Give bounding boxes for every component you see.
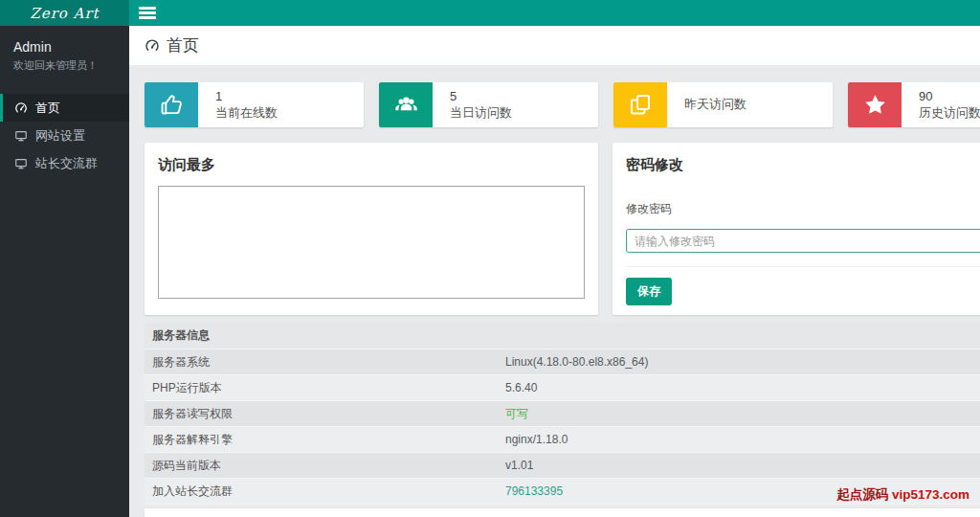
stat-card-yesterday-visits: 昨天访问数 bbox=[613, 82, 833, 127]
sidebar-item-home[interactable]: 首页 bbox=[0, 94, 129, 122]
password-field-label: 修改密码 bbox=[626, 201, 980, 217]
users-icon bbox=[393, 92, 419, 118]
watermark-brand: 起点源码 bbox=[836, 487, 888, 502]
row-label: 源码当前版本 bbox=[145, 458, 505, 474]
table-row: 服务器读写权限 可写 bbox=[145, 401, 980, 427]
stat-card-history-visits: 90 历史访问数 bbox=[848, 82, 980, 127]
panels-row: 访问最多 密码修改 修改密码 保存 bbox=[145, 143, 980, 315]
star-icon bbox=[862, 92, 888, 118]
row-label: PHP运行版本 bbox=[145, 380, 505, 396]
monitor-icon bbox=[14, 129, 28, 143]
dashboard-icon bbox=[14, 101, 28, 115]
stats-row: 1 当前在线数 5 当日访问数 昨天访问数 bbox=[145, 82, 980, 127]
row-label: 服务器系统 bbox=[145, 354, 505, 371]
table-row: PHP运行版本 5.6.40 bbox=[145, 375, 980, 401]
stat-card-today-visits: 5 当日访问数 bbox=[379, 82, 598, 127]
next-panel-top-edge bbox=[145, 508, 980, 517]
divider bbox=[626, 266, 980, 267]
stat-label: 当日访问数 bbox=[450, 105, 512, 122]
sidebar-item-webmaster-group[interactable]: 站长交流群 bbox=[0, 149, 129, 177]
row-value: 5.6.40 bbox=[505, 381, 537, 394]
stat-label: 历史访问数 bbox=[919, 105, 980, 122]
row-label: 服务器读写权限 bbox=[145, 406, 505, 422]
stat-label: 昨天访问数 bbox=[684, 97, 746, 113]
sidebar-item-label: 首页 bbox=[35, 100, 60, 117]
stat-value: 1 bbox=[215, 89, 278, 105]
stat-label: 当前在线数 bbox=[215, 105, 278, 122]
dashboard-icon bbox=[145, 38, 160, 54]
menu-toggle-button[interactable] bbox=[129, 0, 166, 26]
thumbs-up-icon bbox=[159, 92, 185, 118]
menu-icon bbox=[139, 7, 156, 10]
stat-card-online: 1 当前在线数 bbox=[145, 82, 364, 127]
panel-title: 密码修改 bbox=[626, 156, 980, 174]
sidebar: Zero Art Admin 欢迎回来管理员！ 首页 网站设置 站长交流群 bbox=[0, 0, 129, 517]
monitor-icon bbox=[14, 157, 28, 170]
table-row: 服务器解释引擎 nginx/1.18.0 bbox=[145, 427, 980, 453]
save-button[interactable]: 保存 bbox=[626, 278, 672, 305]
sidebar-menu: 首页 网站设置 站长交流群 bbox=[0, 94, 129, 177]
row-value: v1.01 bbox=[505, 459, 533, 472]
password-change-panel: 密码修改 修改密码 保存 bbox=[612, 143, 980, 315]
password-input[interactable] bbox=[626, 229, 980, 253]
table-row: 服务器系统 Linux(4.18.0-80.el8.x86_64) bbox=[145, 349, 980, 375]
stat-value: 90 bbox=[919, 89, 980, 105]
row-value: Linux(4.18.0-80.el8.x86_64) bbox=[505, 355, 648, 369]
row-value: nginx/1.18.0 bbox=[505, 433, 568, 446]
top-visits-list bbox=[158, 186, 585, 299]
user-info-block: Admin 欢迎回来管理员！ bbox=[0, 26, 129, 88]
user-greeting: 欢迎回来管理员！ bbox=[13, 58, 116, 73]
content: 1 当前在线数 5 当日访问数 昨天访问数 bbox=[129, 65, 980, 517]
sidebar-item-label: 网站设置 bbox=[35, 127, 85, 145]
server-info-header: 服务器信息 bbox=[145, 323, 980, 349]
qq-group-link[interactable]: 796133395 bbox=[505, 484, 563, 498]
topbar bbox=[129, 0, 980, 26]
server-info-table: 服务器信息 服务器系统 Linux(4.18.0-80.el8.x86_64) … bbox=[145, 323, 980, 505]
stat-value: 5 bbox=[450, 89, 512, 105]
panel-title: 访问最多 bbox=[158, 156, 585, 174]
page-header: 首页 bbox=[129, 26, 980, 65]
row-value: 可写 bbox=[505, 406, 528, 422]
watermark-site: vip5173.com bbox=[892, 487, 969, 502]
copy-icon bbox=[628, 92, 654, 118]
watermark: 起点源码 vip5173.com bbox=[836, 486, 969, 504]
page-title: 首页 bbox=[167, 34, 199, 56]
user-name: Admin bbox=[13, 39, 116, 55]
sidebar-item-label: 站长交流群 bbox=[35, 155, 98, 172]
row-label: 加入站长交流群 bbox=[145, 483, 505, 500]
main-area: 首页 1 当前在线数 5 当日访问数 bbox=[129, 0, 980, 517]
top-visits-panel: 访问最多 bbox=[145, 143, 598, 315]
table-row: 源码当前版本 v1.01 bbox=[145, 453, 980, 479]
row-label: 服务器解释引擎 bbox=[145, 432, 505, 448]
app-logo[interactable]: Zero Art bbox=[0, 0, 129, 26]
sidebar-item-site-settings[interactable]: 网站设置 bbox=[0, 122, 129, 149]
